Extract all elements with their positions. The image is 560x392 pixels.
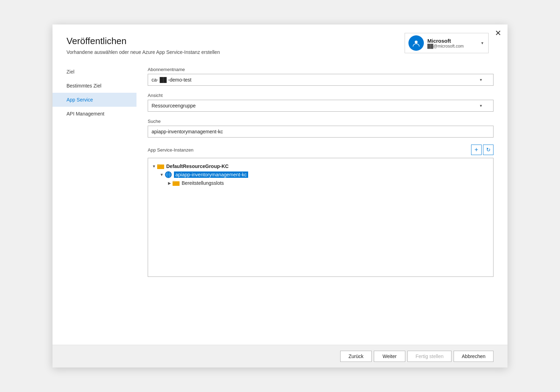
sidebar-item-api-management[interactable]: API Management bbox=[52, 107, 136, 121]
sidebar-item-app-service[interactable]: App Service bbox=[52, 93, 136, 107]
expander-icon: ▼ bbox=[151, 164, 157, 168]
view-label: Ansicht bbox=[148, 93, 493, 98]
slots-label: Bereitstellungsslots bbox=[182, 180, 224, 186]
svg-rect-12 bbox=[173, 181, 175, 182]
main-content: Abonnementname ca- ██ -demo-test ▾ Ansic… bbox=[136, 58, 507, 345]
slots-expander-icon: ▶ bbox=[166, 181, 173, 186]
view-value: Ressourceengruppe bbox=[152, 103, 196, 108]
refresh-button[interactable]: ↻ bbox=[483, 145, 493, 155]
view-field-group: Ansicht Ressourceengruppe ▾ bbox=[148, 93, 493, 112]
account-email: ██@microsoft.com bbox=[427, 44, 476, 49]
tree-item-slots-row[interactable]: ▶ Bereitstellungsslots bbox=[166, 179, 490, 187]
search-label: Suche bbox=[148, 119, 493, 124]
sidebar-section-title: Ziel bbox=[52, 69, 136, 79]
svg-rect-1 bbox=[415, 41, 418, 42]
tree-item-slots: ▶ Bereitstellungsslots bbox=[151, 179, 490, 187]
search-field-group: Suche bbox=[148, 119, 493, 138]
app-label: apiapp-inventorymanagement-kc bbox=[174, 172, 248, 178]
group-label: DefaultResourceGroup-KC bbox=[166, 163, 229, 169]
subscription-value: ca- ██ -demo-test bbox=[152, 77, 191, 83]
next-button[interactable]: Weiter bbox=[374, 351, 405, 362]
instances-actions: + ↻ bbox=[471, 145, 493, 155]
globe-icon bbox=[165, 171, 172, 178]
slots-folder-icon bbox=[173, 180, 180, 186]
account-name: Microsoft bbox=[427, 38, 476, 44]
sidebar: Ziel Bestimmtes Ziel App Service API Man… bbox=[52, 58, 136, 345]
tree-item-root-group[interactable]: ▼ DefaultResourceGroup-KC bbox=[151, 162, 490, 170]
subscription-select-wrapper: ca- ██ -demo-test ▾ bbox=[148, 74, 493, 86]
subscription-label: Abonnementname bbox=[148, 67, 493, 72]
back-button[interactable]: Zurück bbox=[340, 351, 372, 362]
subscription-field-group: Abonnementname ca- ██ -demo-test ▾ bbox=[148, 67, 493, 86]
add-instance-button[interactable]: + bbox=[471, 145, 482, 155]
instances-header: App Service-Instanzen + ↻ bbox=[148, 145, 493, 155]
folder-icon bbox=[157, 163, 164, 169]
tree-item-app: ▼ apiapp-inventorymanagement-kc bbox=[151, 170, 490, 179]
tree-item-app-row[interactable]: ▼ apiapp-inventorymanagement-kc bbox=[159, 170, 490, 179]
instances-section: App Service-Instanzen + ↻ ▼ bbox=[148, 145, 493, 277]
cancel-button[interactable]: Abbrechen bbox=[454, 351, 493, 362]
account-badge[interactable]: Microsoft ██@microsoft.com ▾ bbox=[405, 33, 489, 53]
search-input[interactable] bbox=[148, 126, 493, 138]
sidebar-item-bestimmtes-ziel[interactable]: Bestimmtes Ziel bbox=[52, 79, 136, 93]
instances-label: App Service-Instanzen bbox=[148, 147, 194, 153]
account-chevron-icon: ▾ bbox=[481, 41, 483, 46]
close-button[interactable]: ✕ bbox=[495, 29, 501, 37]
account-icon bbox=[408, 35, 424, 51]
view-chevron-icon: ▾ bbox=[480, 103, 482, 108]
finish-button[interactable]: Fertig stellen bbox=[407, 351, 451, 362]
view-select-wrapper: Ressourceengruppe ▾ bbox=[148, 100, 493, 112]
add-icon: + bbox=[475, 146, 478, 154]
view-dropdown[interactable]: Ressourceengruppe ▾ bbox=[148, 100, 493, 112]
account-info: Microsoft ██@microsoft.com bbox=[427, 38, 476, 49]
subscription-chevron-icon: ▾ bbox=[480, 77, 482, 82]
tree-container: ▼ DefaultResourceGroup-KC ▼ bbox=[148, 158, 493, 277]
publish-dialog: ✕ Microsoft ██@microsoft.com ▾ Veröffent… bbox=[52, 24, 507, 368]
subscription-dropdown[interactable]: ca- ██ -demo-test ▾ bbox=[148, 74, 493, 86]
app-expander-icon: ▼ bbox=[159, 173, 165, 177]
refresh-icon: ↻ bbox=[486, 147, 491, 153]
dialog-footer: Zurück Weiter Fertig stellen Abbrechen bbox=[52, 345, 507, 368]
dialog-body: Ziel Bestimmtes Ziel App Service API Man… bbox=[52, 58, 507, 345]
svg-rect-4 bbox=[157, 164, 160, 165]
